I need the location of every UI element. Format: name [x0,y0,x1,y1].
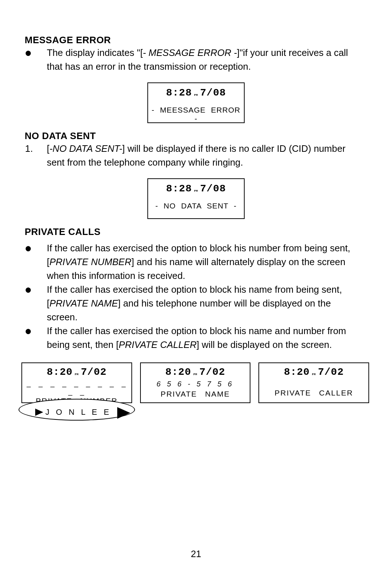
list-item: 1. [-NO DATA SENT-] will be displayed if… [16,142,376,169]
list-item-body: [-NO DATA SENT-] will be displayed if th… [47,142,363,169]
lcd-phone-number: 6 5 6 - 5 7 5 6 [141,380,250,388]
manual-page: MESSAGE ERROR • The display indicates "[… [0,0,392,572]
lcd-message: - MEESSAGE ERROR - [148,106,244,123]
lcd-time: 8:20 [284,366,310,378]
italic-text: PRIVATE CALLER [119,340,197,350]
lcd-time: 8:28 [166,87,192,98]
heading-private-calls: PRIVATE CALLS [25,226,376,238]
private-caller-col: 8:20 PM 7/02 PRIVATE CALLER [258,362,369,403]
list-item-body: If the caller has exercised the option t… [47,283,363,324]
list-item-body: If the caller has exercised the option t… [47,324,363,352]
heading-message-error: MESSAGE ERROR [25,35,376,46]
heading-no-data-sent: NO DATA SENT [25,130,376,142]
lcd-message-error: 8:28 PM 7/08 - MEESSAGE ERROR - [147,82,245,123]
lcd-private-name-label: PRIVATE NAME [141,390,250,398]
lcd-time-row: 8:28 PM 7/08 [148,182,244,194]
italic-text: -NO DATA SENT- [49,143,122,154]
lcd-private-caller: 8:20 PM 7/02 PRIVATE CALLER [258,362,369,403]
lcd-time: 8:20 [165,366,191,378]
list-no-data-sent: 1. [-NO DATA SENT-] will be displayed if… [16,142,376,169]
list-private-calls: • If the caller has exercised the option… [16,241,376,352]
lcd-date: 7/02 [81,366,107,378]
number-bullet: 1. [25,142,47,169]
bullet-icon: • [25,46,47,73]
lcd-time-row: 8:20 PM 7/02 [22,365,131,378]
lcd-pm: PM [312,373,316,378]
lcd-time: 8:20 [47,366,73,378]
lcd-private-caller-label: PRIVATE CALLER [259,389,368,397]
alternate-name-overlay: J O N L E E [21,407,132,417]
text: ] will be displayed on the screen. [197,340,332,350]
italic-text: - MESSAGE ERROR - [143,48,237,58]
lcd-private-number: 8:20 PM 7/02 _ _ _ _ _ _ _ _ _ _ _ PRIVA… [21,362,132,403]
bullet-icon: • [25,283,47,324]
alternate-name-content: J O N L E E [21,407,132,417]
lcd-pm: PM [75,373,79,378]
lcd-time: 8:28 [166,183,192,194]
lcd-pm: PM [194,93,198,98]
list-item-body: If the caller has exercised the option t… [47,241,363,283]
list-message-error: • The display indicates "[- MESSAGE ERRO… [16,46,376,73]
lcd-private-name: 8:20 PM 7/02 6 5 6 - 5 7 5 6 PRIVATE NAM… [140,362,251,403]
private-number-col: 8:20 PM 7/02 _ _ _ _ _ _ _ _ _ _ _ PRIVA… [21,362,132,417]
play-right-icon [117,407,130,419]
private-name-col: 8:20 PM 7/02 6 5 6 - 5 7 5 6 PRIVATE NAM… [140,362,251,403]
lcd-time-row: 8:20 PM 7/02 [259,365,368,378]
alternate-name-text: J O N L E E [45,407,111,417]
list-item: • The display indicates "[- MESSAGE ERRO… [16,46,376,73]
lcd-date: 7/02 [199,366,225,378]
list-item-body: The display indicates "[- MESSAGE ERROR … [47,46,363,73]
private-displays-row: 8:20 PM 7/02 _ _ _ _ _ _ _ _ _ _ _ PRIVA… [21,362,369,417]
list-item: • If the caller has exercised the option… [16,283,376,324]
bullet-icon: • [25,324,47,352]
page-number: 21 [0,549,392,559]
play-right-small-icon [35,409,43,416]
italic-text: PRIVATE NAME [49,298,118,308]
text: The display indicates "[ [47,48,143,58]
lcd-message: - NO DATA SENT - [148,202,244,210]
list-item: • If the caller has exercised the option… [16,241,376,283]
lcd-time-row: 8:28 PM 7/08 [148,86,244,98]
list-item: • If the caller has exercised the option… [16,324,376,352]
lcd-pm: PM [193,373,197,378]
lcd-time-row: 8:20 PM 7/02 [141,365,250,378]
lcd-date: 7/08 [200,87,226,98]
lcd-date: 7/02 [318,366,344,378]
lcd-dashes: _ _ _ _ _ _ _ _ _ _ _ [22,379,131,396]
italic-text: PRIVATE NUMBER [49,257,131,267]
lcd-no-data-sent: 8:28 PM 7/08 - NO DATA SENT - [147,178,245,219]
lcd-pm: PM [194,189,198,194]
bullet-icon: • [25,241,47,283]
lcd-date: 7/08 [200,183,226,194]
